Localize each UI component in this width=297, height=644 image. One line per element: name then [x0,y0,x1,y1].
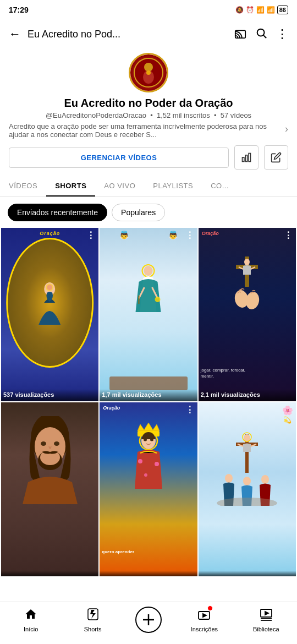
video-overlay-1: 537 visualizações [1,389,98,401]
tab-shorts[interactable]: SHORTS [46,176,95,197]
expand-description-icon[interactable]: › [285,123,288,135]
library-label: Biblioteca [253,626,279,632]
home-label: Início [24,626,38,632]
shorts-icon [86,608,100,624]
channel-header: Eu Acredito no Poder da Oração @EuAcredi… [0,48,297,139]
svg-point-14 [144,266,152,276]
tab-ao-vivo[interactable]: AO VIVO [95,176,144,197]
action-row: GERENCIAR VÍDEOS [0,139,297,176]
video-item-3[interactable]: Oração [199,228,296,401]
channel-avatar [129,53,168,92]
svg-point-29 [54,441,59,446]
tab-community[interactable]: CO... [202,176,238,197]
library-icon [260,608,273,624]
svg-point-46 [225,474,233,483]
svg-point-6 [146,70,151,75]
nav-action-icons: ⋮ [234,27,288,42]
video-item-2[interactable]: 👼 👼 [100,228,197,401]
svg-point-1 [257,29,265,36]
svg-marker-55 [203,614,206,617]
svg-point-39 [144,473,147,477]
svg-point-38 [155,462,159,466]
video-menu-2[interactable]: ⋮ [185,230,194,241]
top-navigation: ← Eu Acredito no Pod... ⋮ [0,20,297,48]
nav-shorts[interactable]: Shorts [74,608,112,632]
create-button[interactable] [135,607,162,633]
video-menu-3[interactable]: ⋮ [284,230,293,241]
subscription-badge [207,605,213,611]
nav-subscriptions[interactable]: Inscrições [185,608,223,632]
svg-point-37 [138,459,142,463]
svg-point-48 [243,477,251,485]
channel-description: Acredito que a oração pode ser uma ferra… [9,122,283,139]
video-menu-1[interactable]: ⋮ [86,230,95,241]
svg-line-2 [263,35,266,38]
filter-popular[interactable]: Populares [112,204,165,221]
filter-recent[interactable]: Enviados recentemente [8,204,107,221]
svg-rect-9 [249,154,250,162]
svg-rect-8 [245,155,247,162]
video-grid: Oração 537 visualizações ⋮ 👼 [0,228,297,576]
analytics-button[interactable] [234,145,258,170]
battery-indicator: 86 [277,6,288,14]
svg-rect-7 [243,157,244,162]
svg-marker-51 [90,610,96,619]
shorts-label: Shorts [84,626,102,632]
video-item-6[interactable]: 🌸 💫 [199,402,296,576]
channel-handle: @EuAcreditonoPoderdaOracao [46,111,146,119]
channel-description-row: Acredito que a oração pode ser uma ferra… [9,122,288,139]
home-icon [24,608,37,624]
svg-point-47 [261,475,269,484]
video-overlay-2: 1,7 mil visualizações [100,389,197,401]
channel-meta: @EuAcreditonoPoderdaOracao • 1,52 mil in… [46,111,251,119]
manage-videos-button[interactable]: GERENCIAR VÍDEOS [9,148,229,168]
svg-point-28 [41,441,46,446]
video-views-2: 1,7 mil visualizações [102,391,195,398]
bottom-navigation: Início Shorts Inscrições [0,602,297,644]
svg-point-4 [144,63,153,72]
subscriber-count: 1,52 mil inscritos [157,111,210,119]
status-bar: 17:29 🔕 ⏰ 📶 📶 86 [0,0,297,20]
svg-point-17 [155,297,160,302]
video-views-3: 2,1 mil visualizações [201,391,294,398]
nav-home[interactable]: Início [12,608,50,632]
video-overlay-5 [100,571,197,576]
video-overlay-6 [199,571,296,576]
video-item-1[interactable]: Oração 537 visualizações ⋮ [1,228,98,401]
tab-videos[interactable]: VÍDEOS [0,176,46,197]
svg-point-12 [47,285,53,290]
svg-point-36 [150,438,153,441]
video-overlay-3: 2,1 mil visualizações [199,389,296,401]
nav-library[interactable]: Biblioteca [247,608,285,632]
edit-button[interactable] [264,145,288,170]
subscriptions-label: Inscrições [191,626,218,632]
video-menu-5[interactable]: ⋮ [185,405,194,415]
svg-marker-57 [265,612,268,615]
tab-playlists[interactable]: PLAYLISTS [144,176,202,197]
svg-point-35 [144,438,147,441]
svg-point-21 [244,259,250,265]
more-options-icon[interactable]: ⋮ [276,27,288,41]
cast-icon[interactable] [234,27,246,42]
channel-name: Eu Acredito no Poder da Oração [64,97,233,110]
status-icons: 🔕 ⏰ 📶 📶 86 [235,6,288,14]
search-icon[interactable] [255,27,267,42]
notification-icon: 🔕 [235,6,244,14]
video-item-5[interactable]: Oração [100,402,197,576]
wifi-icon: 📶 [267,6,275,14]
tabs-bar: VÍDEOS SHORTS AO VIVO PLAYLISTS CO... [0,176,297,197]
subscriptions-icon [197,608,211,624]
svg-point-25 [245,291,261,310]
video-views-1: 537 visualizações [3,391,96,398]
video-item-4[interactable] [1,402,98,576]
video-overlay-4 [1,571,98,576]
alarm-icon: ⏰ [246,6,254,14]
video-count: 57 vídeos [221,111,251,119]
back-button[interactable]: ← [9,27,21,41]
page-title: Eu Acredito no Pod... [28,29,228,40]
filter-row: Enviados recentemente Populares [0,197,297,228]
status-time: 17:29 [9,6,29,14]
signal-icon: 📶 [256,6,265,14]
